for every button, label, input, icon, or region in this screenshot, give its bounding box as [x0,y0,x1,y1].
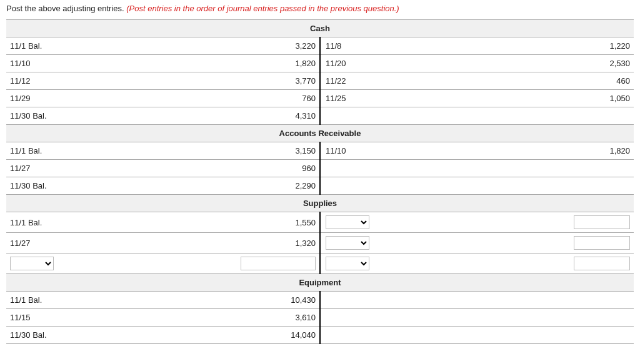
debit-amount: 960 [226,160,320,177]
credit-date-label [320,177,414,195]
debit-date-label: 11/29 [6,90,226,107]
spacer [414,142,540,160]
debit-amount: 3,610 [226,309,320,327]
credit-date-label [320,160,414,177]
credit-date-label [320,107,414,125]
credit-amount [539,327,634,344]
account-header: Equipment [6,274,634,292]
debit-amount: 3,150 [226,142,320,160]
ledger-row: 11/123,77011/22460 [6,72,634,90]
debit-amount: 1,320 [226,233,320,253]
credit-date-label: 11/20 [320,55,414,72]
debit-date-select[interactable] [10,257,54,270]
ledger-table: Cash11/1 Bal.3,22011/81,22011/101,82011/… [6,19,634,344]
credit-date-label: 11/8 [320,37,414,55]
spacer [414,177,540,195]
debit-date-label: 11/30 Bal. [6,107,226,125]
spacer [414,107,540,125]
debit-amount: 14,040 [226,327,320,344]
ledger-row: 11/1 Bal.3,22011/81,220 [6,37,634,55]
ledger-row: 11/30 Bal.4,310 [6,107,634,125]
credit-amount-input[interactable] [574,236,630,250]
credit-amount [539,309,634,327]
spacer [414,37,540,55]
ledger-row: 11/1 Bal.3,15011/101,820 [6,142,634,160]
debit-amount: 1,550 [226,212,320,233]
debit-date-label: 11/1 Bal. [6,142,226,160]
ledger-row: 11/30 Bal.2,290 [6,177,634,195]
credit-amount: 460 [539,72,634,90]
instruction-prefix: Post the above adjusting entries. [6,4,126,13]
debit-date-label: 11/1 Bal. [6,37,226,55]
credit-amount: 1,220 [539,37,634,55]
ledger-row: 11/1 Bal.1,550 [6,212,634,233]
ledger-row: 11/30 Bal.14,040 [6,327,634,344]
account-header: Cash [6,20,634,37]
credit-amount [539,177,634,195]
spacer [414,309,540,327]
spacer [414,327,540,344]
debit-date-label: 11/10 [6,55,226,72]
spacer [414,292,540,309]
debit-date-label: 11/1 Bal. [6,212,226,233]
ledger-row: 11/153,610 [6,309,634,327]
debit-date-label: 11/30 Bal. [6,327,226,344]
debit-date-label: 11/27 [6,233,226,253]
debit-amount: 1,820 [226,55,320,72]
credit-date-label: 11/22 [320,72,414,90]
instruction-text: Post the above adjusting entries. (Post … [6,4,634,13]
credit-date-label [320,327,414,344]
debit-date-label: 11/27 [6,160,226,177]
debit-date-label: 11/12 [6,72,226,90]
debit-amount: 3,770 [226,72,320,90]
spacer [414,253,540,274]
account-header: Supplies [6,195,634,212]
spacer [414,212,540,233]
credit-date-label [320,309,414,327]
instruction-note: (Post entries in the order of journal en… [126,4,399,13]
debit-date-label: 11/15 [6,309,226,327]
credit-date-select[interactable] [326,236,369,250]
ledger-row: 11/271,320 [6,233,634,253]
credit-amount-input[interactable] [574,257,630,270]
credit-date-select[interactable] [326,257,369,270]
credit-amount: 1,820 [539,142,634,160]
debit-date-label: 11/30 Bal. [6,177,226,195]
debit-amount: 2,290 [226,177,320,195]
credit-amount [539,160,634,177]
ledger-row: 11/101,82011/202,530 [6,55,634,72]
credit-date-label: 11/25 [320,90,414,107]
ledger-row: 11/2976011/251,050 [6,90,634,107]
credit-amount: 1,050 [539,90,634,107]
ledger-row: 11/1 Bal.10,430 [6,292,634,309]
spacer [414,55,540,72]
debit-amount: 10,430 [226,292,320,309]
credit-amount-input[interactable] [574,215,630,229]
spacer [414,233,540,253]
credit-amount [539,107,634,125]
debit-amount: 4,310 [226,107,320,125]
debit-amount: 3,220 [226,37,320,55]
debit-amount-input[interactable] [241,257,316,270]
ledger-row [6,253,634,274]
credit-amount [539,292,634,309]
debit-amount: 760 [226,90,320,107]
credit-date-select[interactable] [326,215,369,229]
credit-date-label: 11/10 [320,142,414,160]
spacer [414,72,540,90]
debit-date-label: 11/1 Bal. [6,292,226,309]
ledger-row: 11/27960 [6,160,634,177]
account-header: Accounts Receivable [6,125,634,142]
spacer [414,160,540,177]
credit-amount: 2,530 [539,55,634,72]
spacer [414,90,540,107]
credit-date-label [320,292,414,309]
